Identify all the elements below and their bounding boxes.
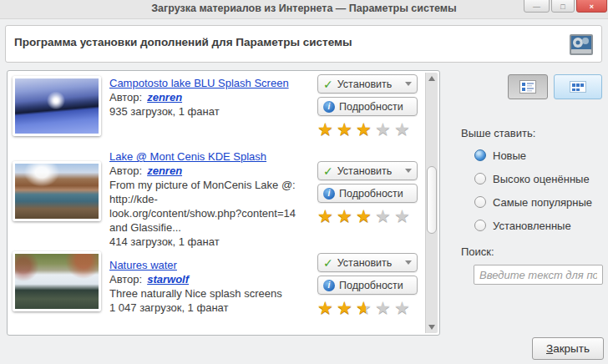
dialog-window: Загрузка материалов из Интернета — Парам…	[0, 0, 608, 364]
star-icon: ★★	[337, 119, 356, 139]
radio-icon[interactable]	[474, 173, 486, 185]
star-icon: ★★	[317, 298, 337, 317]
info-icon: i	[323, 188, 335, 200]
author-label: Автор:	[109, 91, 142, 104]
rating-stars: ★★★★★★★★★★	[317, 206, 419, 226]
author-label: Автор:	[109, 273, 142, 286]
titlebar[interactable]: Загрузка материалов из Интернета — Парам…	[0, 0, 608, 19]
item-text: Lake @ Mont Cenis KDE Splash Автор:zenre…	[109, 149, 311, 249]
icon-view-button[interactable]	[554, 74, 602, 99]
star-icon: ★★	[337, 206, 356, 225]
radio-option-newest[interactable]: Новые	[474, 148, 526, 163]
author-link[interactable]: zenren	[147, 164, 182, 177]
maximize-button[interactable]: □	[551, 0, 575, 13]
details-label: Подробности	[339, 101, 403, 113]
author-row: Автор:zenren	[109, 90, 311, 104]
details-label: Подробности	[339, 188, 403, 200]
close-button[interactable]: Закрыть	[532, 337, 604, 360]
install-button[interactable]: ✓ Установить	[317, 74, 418, 94]
item-description-line: and Glassifie...	[109, 220, 311, 235]
item-thumbnail	[13, 251, 101, 311]
addon-installer-icon	[567, 30, 595, 58]
list-item[interactable]: Lake @ Mont Cenis KDE Splash Автор:zenre…	[8, 148, 421, 246]
list-view-button[interactable]	[508, 74, 548, 99]
item-thumbnail	[13, 76, 101, 136]
dropdown-arrow-icon[interactable]	[405, 260, 412, 265]
page-title: Программа установки дополнений для Парам…	[14, 36, 352, 48]
install-button[interactable]: ✓ Установить	[317, 161, 418, 180]
rating-stars: ★★★★★★★★★★	[317, 298, 419, 318]
scroll-up-icon[interactable]	[428, 76, 435, 81]
star-icon: ★★	[356, 298, 375, 317]
install-label: Установить	[337, 257, 393, 269]
item-title-link[interactable]: Lake @ Mont Cenis KDE Splash	[109, 149, 311, 164]
item-description-line: Three naturally Nice splash screens	[109, 286, 311, 301]
item-title-link[interactable]: Campotosto lake BLU Splash Screen	[109, 76, 311, 90]
install-label: Установить	[337, 78, 393, 90]
author-label: Автор:	[109, 164, 142, 177]
radio-option-highest-rated[interactable]: Высоко оценённые	[474, 171, 590, 186]
details-button[interactable]: i Подробности	[317, 97, 418, 116]
sort-group-label: Выше ставить:	[461, 127, 535, 139]
star-icon: ★★	[394, 298, 413, 317]
info-icon: i	[323, 101, 335, 113]
scrollbar-thumb[interactable]	[427, 166, 437, 234]
item-title-link[interactable]: Natures water	[109, 258, 311, 272]
close-window-button[interactable]: ×	[576, 0, 607, 13]
radio-icon[interactable]	[474, 149, 486, 161]
star-icon: ★★	[317, 119, 337, 139]
item-thumbnail	[13, 161, 101, 221]
star-icon: ★★	[394, 206, 413, 225]
item-text: Campotosto lake BLU Splash Screen Автор:…	[109, 76, 311, 119]
list-item[interactable]: Campotosto lake BLU Splash Screen Автор:…	[8, 74, 421, 146]
item-text: Natures water Автор:starwolf Three natur…	[109, 258, 311, 315]
dropdown-arrow-icon[interactable]	[405, 82, 412, 86]
author-link[interactable]: starwolf	[147, 273, 189, 286]
radio-label: Высоко оценённые	[493, 173, 590, 185]
radio-label: Новые	[493, 149, 526, 162]
window-title: Загрузка материалов из Интернета — Парам…	[0, 0, 608, 18]
item-actions: ✓ Установить i Подробности ★★★★★★★★★★	[316, 74, 419, 139]
author-link[interactable]: zenren	[147, 91, 182, 104]
check-icon: ✓	[323, 78, 333, 90]
list-view-icon	[519, 80, 536, 94]
radio-option-most-popular[interactable]: Самые популярные	[474, 195, 592, 210]
item-actions: ✓ Установить i Подробности ★★★★★★★★★★	[316, 161, 419, 226]
install-button[interactable]: ✓ Установить	[317, 253, 418, 272]
star-icon: ★★	[394, 119, 413, 139]
search-input[interactable]	[474, 265, 603, 285]
details-button[interactable]: i Подробности	[317, 276, 418, 295]
star-icon: ★★	[375, 298, 394, 317]
dropdown-arrow-icon[interactable]	[405, 169, 412, 173]
content-list: Campotosto lake BLU Splash Screen Автор:…	[7, 70, 440, 336]
info-icon: i	[323, 280, 335, 291]
details-button[interactable]: i Подробности	[317, 184, 418, 203]
star-icon: ★★	[375, 206, 394, 225]
radio-option-installed[interactable]: Установленные	[474, 218, 571, 233]
item-stats: 1 047 загрузок, 1 фанат	[109, 301, 311, 315]
details-label: Подробности	[339, 280, 403, 291]
star-icon: ★★	[375, 119, 394, 139]
check-icon: ✓	[323, 165, 333, 177]
radio-icon[interactable]	[474, 220, 486, 231]
author-row: Автор:zenren	[109, 164, 311, 178]
item-description-line: look.org/content/show.php?content=14	[109, 206, 311, 220]
icon-view-icon	[570, 81, 586, 93]
close-icon: ×	[590, 3, 594, 11]
check-icon: ✓	[323, 257, 333, 269]
item-stats: 414 загрузок, 1 фанат	[109, 235, 311, 249]
list-item[interactable]: Natures water Автор:starwolf Three natur…	[8, 248, 421, 321]
radio-label: Самые популярные	[493, 196, 592, 209]
minimize-button[interactable]: —	[524, 0, 550, 13]
rating-stars: ★★★★★★★★★★	[317, 119, 419, 139]
star-icon: ★★	[356, 119, 375, 139]
header-card: Программа установки дополнений для Парам…	[5, 25, 602, 63]
star-icon: ★★	[337, 298, 356, 317]
vertical-scrollbar[interactable]	[425, 73, 438, 333]
maximize-icon: □	[560, 3, 565, 11]
scroll-down-icon[interactable]	[428, 325, 435, 330]
star-icon: ★★	[356, 206, 375, 225]
install-label: Установить	[337, 165, 393, 177]
item-description-line: From my picture of MonCenis Lake @:	[109, 178, 311, 192]
radio-icon[interactable]	[474, 196, 486, 208]
